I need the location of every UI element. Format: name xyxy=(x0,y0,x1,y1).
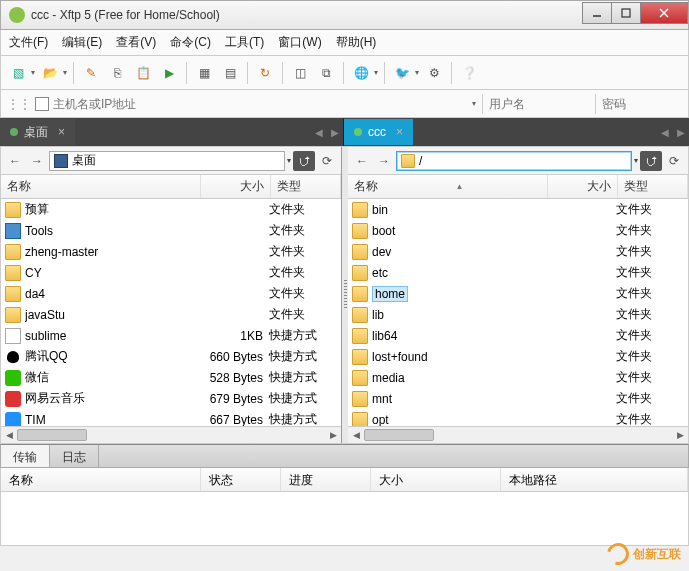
tcol-status[interactable]: 状态 xyxy=(201,468,281,491)
globe-icon[interactable]: 🌐 xyxy=(350,62,372,84)
col-type[interactable]: 类型 xyxy=(271,175,341,198)
tab-ccc[interactable]: ccc × xyxy=(344,119,413,145)
list-item[interactable]: home文件夹 xyxy=(348,283,688,304)
maximize-button[interactable] xyxy=(611,2,641,24)
file-list[interactable]: 预算文件夹Tools文件夹zheng-master文件夹CY文件夹da4文件夹j… xyxy=(1,199,341,426)
bird-icon[interactable]: 🐦 xyxy=(391,62,413,84)
list-item[interactable]: opt文件夹 xyxy=(348,409,688,426)
play-icon[interactable]: ▶ xyxy=(158,62,180,84)
hscrollbar[interactable]: ◀ ▶ xyxy=(348,426,688,443)
host-dropdown-icon[interactable]: ▾ xyxy=(472,99,476,108)
tab-desktop[interactable]: 桌面 × xyxy=(0,119,75,145)
scroll-left-icon[interactable]: ◀ xyxy=(348,427,364,443)
list-item[interactable]: 腾讯QQ660 Bytes快捷方式 xyxy=(1,346,341,367)
sync-icon[interactable]: ↻ xyxy=(254,62,276,84)
host-input[interactable] xyxy=(53,97,474,111)
close-tab-icon[interactable]: × xyxy=(396,125,403,139)
window-icon[interactable]: ◫ xyxy=(289,62,311,84)
list-item[interactable]: dev文件夹 xyxy=(348,241,688,262)
menu-tools[interactable]: 工具(T) xyxy=(225,34,264,51)
path-box[interactable]: 桌面 xyxy=(49,151,285,171)
edit-icon[interactable]: ✎ xyxy=(80,62,102,84)
list-item[interactable]: 预算文件夹 xyxy=(1,199,341,220)
list-item[interactable]: sublime1KB快捷方式 xyxy=(1,325,341,346)
open-icon[interactable]: 📂 xyxy=(39,62,61,84)
transfer-list[interactable] xyxy=(0,492,689,546)
scroll-right-icon[interactable]: ▶ xyxy=(672,427,688,443)
list-item[interactable]: zheng-master文件夹 xyxy=(1,241,341,262)
list-item[interactable]: 微信528 Bytes快捷方式 xyxy=(1,367,341,388)
back-button[interactable]: ← xyxy=(5,151,25,171)
list-item[interactable]: mnt文件夹 xyxy=(348,388,688,409)
list-item[interactable]: da4文件夹 xyxy=(1,283,341,304)
col-size[interactable]: 大小 xyxy=(201,175,271,198)
col-type[interactable]: 类型 xyxy=(618,175,688,198)
up-button[interactable]: ⮍ xyxy=(640,151,662,171)
help-icon[interactable]: ❔ xyxy=(458,62,480,84)
up-button[interactable]: ⮍ xyxy=(293,151,315,171)
refresh-button[interactable]: ⟳ xyxy=(317,151,337,171)
username-input[interactable] xyxy=(489,97,589,111)
address-bar: ⋮⋮ ▾ xyxy=(0,90,689,118)
col-name[interactable]: 名称 xyxy=(1,175,201,198)
list-item[interactable]: 网易云音乐679 Bytes快捷方式 xyxy=(1,388,341,409)
list-item[interactable]: javaStu文件夹 xyxy=(1,304,341,325)
item-size: 1KB xyxy=(199,329,269,343)
list-item[interactable]: lib文件夹 xyxy=(348,304,688,325)
copy-icon[interactable]: ⎘ xyxy=(106,62,128,84)
paste-icon[interactable]: 📋 xyxy=(132,62,154,84)
item-type: 文件夹 xyxy=(616,411,684,426)
back-button[interactable]: ← xyxy=(352,151,372,171)
tab-prev-icon[interactable]: ◀ xyxy=(661,127,669,138)
path-box[interactable]: / xyxy=(396,151,632,171)
scroll-right-icon[interactable]: ▶ xyxy=(325,427,341,443)
file-panes: ← → 桌面 ▾ ⮍ ⟳ 名称 大小 类型 预算文件夹Tools文件夹zheng… xyxy=(0,146,689,444)
delete-icon[interactable]: ▤ xyxy=(219,62,241,84)
path-dropdown-icon[interactable]: ▾ xyxy=(287,156,291,165)
minimize-button[interactable] xyxy=(582,2,612,24)
menu-file[interactable]: 文件(F) xyxy=(9,34,48,51)
tab-prev-icon[interactable]: ◀ xyxy=(315,127,323,138)
menu-command[interactable]: 命令(C) xyxy=(170,34,211,51)
menu-view[interactable]: 查看(V) xyxy=(116,34,156,51)
scroll-thumb[interactable] xyxy=(364,429,434,441)
path-dropdown-icon[interactable]: ▾ xyxy=(634,156,638,165)
scroll-left-icon[interactable]: ◀ xyxy=(1,427,17,443)
file-list[interactable]: bin文件夹boot文件夹dev文件夹etc文件夹home文件夹lib文件夹li… xyxy=(348,199,688,426)
item-name: CY xyxy=(25,266,199,280)
menu-help[interactable]: 帮助(H) xyxy=(336,34,377,51)
newfile-icon[interactable]: ▦ xyxy=(193,62,215,84)
tab-transfer[interactable]: 传输 xyxy=(1,445,50,467)
list-item[interactable]: lib64文件夹 xyxy=(348,325,688,346)
list-item[interactable]: media文件夹 xyxy=(348,367,688,388)
list-item[interactable]: TIM667 Bytes快捷方式 xyxy=(1,409,341,426)
list-item[interactable]: bin文件夹 xyxy=(348,199,688,220)
menu-edit[interactable]: 编辑(E) xyxy=(62,34,102,51)
close-button[interactable] xyxy=(640,2,688,24)
close-tab-icon[interactable]: × xyxy=(58,125,65,139)
tcol-progress[interactable]: 进度 xyxy=(281,468,371,491)
list-item[interactable]: CY文件夹 xyxy=(1,262,341,283)
tab-log[interactable]: 日志 xyxy=(50,445,99,467)
settings-icon[interactable]: ⚙ xyxy=(423,62,445,84)
col-name[interactable]: 名称▲ xyxy=(348,175,548,198)
new-session-icon[interactable]: ▧ xyxy=(7,62,29,84)
refresh-button[interactable]: ⟳ xyxy=(664,151,684,171)
tab-next-icon[interactable]: ▶ xyxy=(677,127,685,138)
col-size[interactable]: 大小 xyxy=(548,175,618,198)
forward-button[interactable]: → xyxy=(374,151,394,171)
hscrollbar[interactable]: ◀ ▶ xyxy=(1,426,341,443)
tab-next-icon[interactable]: ▶ xyxy=(331,127,339,138)
menu-window[interactable]: 窗口(W) xyxy=(278,34,321,51)
tcol-name[interactable]: 名称 xyxy=(1,468,201,491)
forward-button[interactable]: → xyxy=(27,151,47,171)
tcol-localpath[interactable]: 本地路径 xyxy=(501,468,688,491)
scroll-thumb[interactable] xyxy=(17,429,87,441)
password-input[interactable] xyxy=(602,97,682,111)
list-item[interactable]: etc文件夹 xyxy=(348,262,688,283)
list-item[interactable]: Tools文件夹 xyxy=(1,220,341,241)
list-item[interactable]: lost+found文件夹 xyxy=(348,346,688,367)
tcol-size[interactable]: 大小 xyxy=(371,468,501,491)
tile-icon[interactable]: ⧉ xyxy=(315,62,337,84)
list-item[interactable]: boot文件夹 xyxy=(348,220,688,241)
